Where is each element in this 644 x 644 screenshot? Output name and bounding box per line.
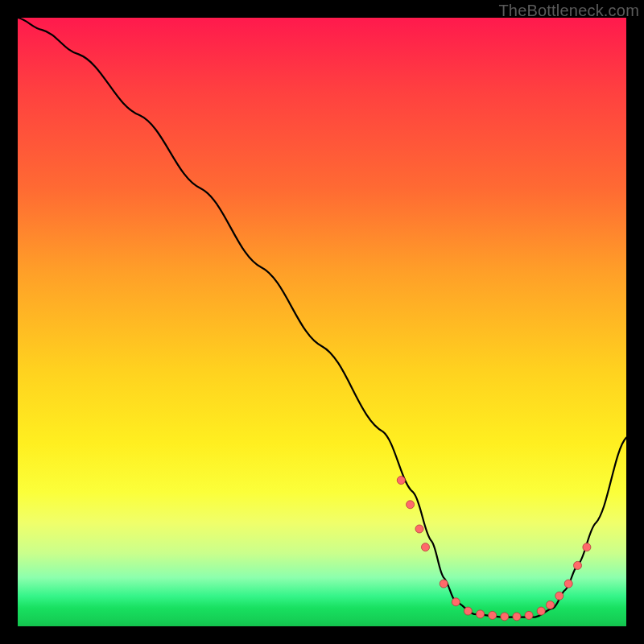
- curve-marker: [537, 607, 545, 615]
- curve-marker: [583, 543, 591, 551]
- curve-marker: [422, 543, 430, 551]
- curve-marker: [415, 525, 423, 533]
- curve-marker: [547, 601, 555, 609]
- curve-marker: [525, 611, 533, 619]
- chart-stage: TheBottleneck.com: [0, 0, 644, 644]
- curve-marker: [489, 611, 497, 619]
- curve-marker: [477, 610, 485, 618]
- watermark-text: TheBottleneck.com: [498, 2, 639, 20]
- curve-marker: [501, 613, 509, 621]
- curve-marker: [397, 477, 405, 485]
- curve-marker: [513, 613, 521, 621]
- curve-marker: [452, 598, 460, 606]
- plot-area: [18, 18, 626, 626]
- curve-marker: [464, 607, 472, 615]
- chart-svg: [18, 18, 626, 626]
- curve-marker: [574, 561, 582, 569]
- marker-group: [397, 477, 591, 621]
- bottleneck-curve: [18, 18, 626, 617]
- curve-marker: [555, 592, 564, 600]
- curve-marker: [564, 580, 572, 588]
- curve-marker: [407, 501, 415, 509]
- curve-marker: [440, 580, 448, 588]
